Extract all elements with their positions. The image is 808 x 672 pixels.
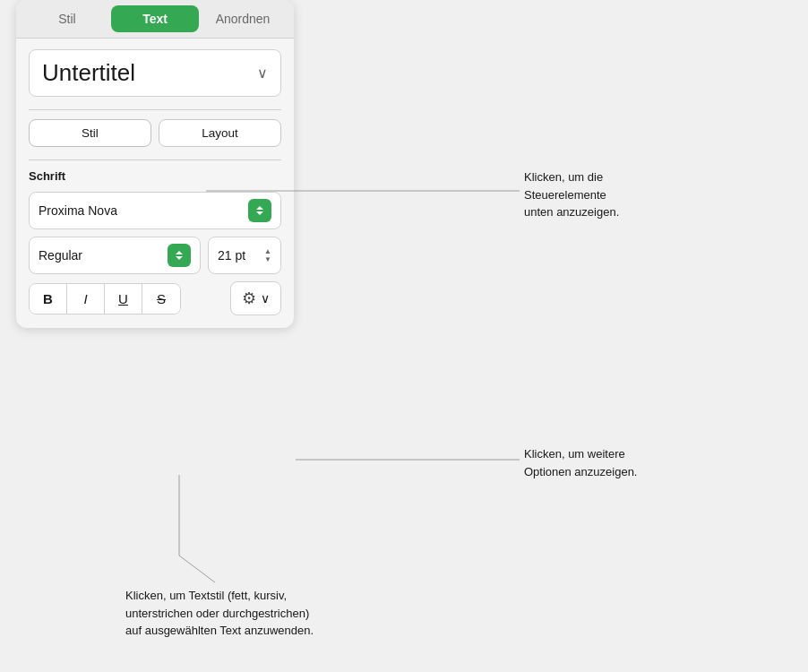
- svg-marker-2: [176, 251, 183, 254]
- tab-bar: Stil Text Anordnen: [16, 0, 294, 39]
- annotation-options: Klicken, um weitere Optionen anzuzeigen.: [524, 445, 637, 480]
- font-section-heading: Schrift: [29, 169, 281, 183]
- inspector-panel: Stil Text Anordnen Untertitel ∨ Stil Lay…: [16, 0, 294, 328]
- strikethrough-button[interactable]: S: [142, 284, 180, 314]
- style-name-dropdown[interactable]: Untertitel ∨: [29, 49, 281, 97]
- font-style-text: Regular: [39, 248, 82, 263]
- divider-2: [29, 159, 281, 160]
- sub-tab-layout[interactable]: Layout: [159, 119, 281, 147]
- font-family-spinner[interactable]: [248, 199, 271, 222]
- sub-tab-stil[interactable]: Stil: [29, 119, 151, 147]
- text-style-buttons: B I U S: [29, 283, 181, 314]
- tab-anordnen[interactable]: Anordnen: [199, 5, 287, 32]
- font-style-size-row: Regular 21 pt ▲ ▼: [29, 237, 281, 274]
- spinner-arrows-style-icon: [173, 249, 185, 262]
- font-style-spinner[interactable]: [168, 244, 191, 267]
- spinner-up-icon[interactable]: ▲: [264, 248, 271, 255]
- spinner-arrows-icon: [254, 204, 266, 217]
- sub-tabs: Stil Layout: [29, 119, 281, 147]
- gear-icon: ⚙: [242, 289, 256, 308]
- tab-text[interactable]: Text: [111, 5, 199, 32]
- divider-1: [29, 109, 281, 110]
- chevron-down-icon: ∨: [257, 65, 268, 82]
- underline-button[interactable]: U: [105, 284, 142, 314]
- style-name-text: Untertitel: [42, 59, 135, 87]
- italic-button[interactable]: I: [67, 284, 105, 314]
- svg-line-7: [179, 556, 215, 582]
- panel-content: Untertitel ∨ Stil Layout Schrift Proxima…: [16, 39, 294, 328]
- font-size-selector[interactable]: 21 pt ▲ ▼: [208, 237, 281, 274]
- options-button[interactable]: ⚙ ∨: [230, 281, 281, 315]
- font-family-row[interactable]: Proxima Nova: [29, 192, 281, 229]
- text-style-row: B I U S ⚙ ∨: [29, 281, 281, 315]
- annotation-controls: Klicken, um die Steuerelemente unten anz…: [524, 168, 619, 221]
- options-chevron-icon: ∨: [261, 291, 270, 306]
- font-style-selector[interactable]: Regular: [29, 237, 201, 274]
- spinner-down-icon[interactable]: ▼: [264, 256, 271, 263]
- svg-marker-0: [256, 206, 263, 210]
- annotation-textstyle: Klicken, um Textstil (fett, kursiv, unte…: [125, 587, 314, 640]
- font-size-text: 21 pt: [218, 248, 259, 263]
- font-family-name: Proxima Nova: [39, 203, 117, 218]
- tab-stil[interactable]: Stil: [23, 5, 111, 32]
- svg-marker-1: [256, 211, 263, 215]
- bold-button[interactable]: B: [30, 284, 67, 314]
- font-size-stepper[interactable]: ▲ ▼: [264, 248, 271, 263]
- svg-marker-3: [176, 256, 183, 260]
